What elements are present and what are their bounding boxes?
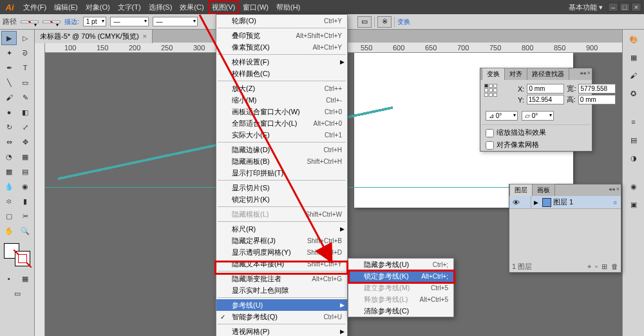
panel-stroke-icon[interactable]: ≡ bbox=[626, 115, 641, 129]
menu-item[interactable]: 放大(Z)Ctrl++ bbox=[216, 83, 347, 94]
color-mode[interactable]: ▪ bbox=[1, 272, 17, 286]
tool-scale[interactable]: ⤢ bbox=[17, 120, 33, 134]
maximize-button[interactable]: □ bbox=[620, 3, 630, 12]
tab-artboards[interactable]: 画板 bbox=[532, 184, 555, 196]
menu-object[interactable]: 对象(O) bbox=[82, 1, 114, 14]
panel-symbols-icon[interactable]: ✪ bbox=[626, 86, 641, 101]
doc-setup-icon[interactable]: ▭ bbox=[357, 16, 372, 28]
tool-gradient[interactable]: ▤ bbox=[17, 164, 33, 179]
doc-tab[interactable]: 未标题-5* @ 70% (CMYK/预览)× bbox=[35, 30, 153, 43]
tool-graph[interactable]: ▮ bbox=[17, 194, 33, 208]
tool-free-trans[interactable]: ✥ bbox=[17, 135, 33, 149]
menu-item[interactable]: 校样设置(F)▶ bbox=[216, 56, 347, 68]
tool-mesh[interactable]: ▩ bbox=[1, 164, 17, 179]
y-input[interactable] bbox=[527, 95, 564, 104]
close-icon[interactable]: × bbox=[587, 70, 591, 76]
stroke-weight[interactable]: 1 pt bbox=[83, 17, 107, 26]
menu-item[interactable]: ✓智能参考线(Q)Ctrl+U bbox=[216, 311, 347, 322]
tool-blend[interactable]: ◉ bbox=[17, 179, 33, 193]
menu-item[interactable]: 锁定参考线(K)Alt+Ctrl+; bbox=[348, 270, 453, 282]
tool-brush[interactable]: 🖌 bbox=[1, 90, 17, 104]
tool-pen[interactable]: ✒ bbox=[1, 61, 17, 75]
w-input[interactable] bbox=[578, 84, 616, 94]
rotate-input[interactable]: ⊿ 0° bbox=[486, 111, 518, 121]
h-input[interactable] bbox=[578, 95, 616, 104]
menu-edit[interactable]: 编辑(E) bbox=[50, 1, 82, 14]
menu-item[interactable]: 叠印预览Alt+Shift+Ctrl+Y bbox=[216, 30, 347, 41]
menu-file[interactable]: 文件(F) bbox=[19, 1, 50, 14]
tool-width[interactable]: ⇔ bbox=[1, 135, 17, 149]
align-pixel-checkbox[interactable] bbox=[486, 141, 494, 150]
tool-pencil[interactable]: ✎ bbox=[17, 90, 33, 104]
tab-pathfinder[interactable]: 路径查找器 bbox=[527, 68, 569, 80]
menu-item[interactable]: 锁定切片(K) bbox=[216, 193, 347, 205]
panel-brushes-icon[interactable]: 🖌 bbox=[626, 68, 641, 83]
menu-item[interactable]: 建立参考线(M)Ctrl+5 bbox=[348, 282, 453, 293]
menu-item[interactable]: 隐藏定界框(J)Shift+Ctrl+B bbox=[216, 235, 347, 246]
transform-link[interactable]: 变换 bbox=[397, 17, 410, 26]
tool-perspective[interactable]: ▦ bbox=[17, 150, 33, 164]
shear-input[interactable]: ▱ 0° bbox=[522, 111, 554, 121]
menu-item[interactable]: 隐藏文本串接(H)Shift+Ctrl+Y bbox=[216, 258, 347, 270]
x-input[interactable] bbox=[527, 84, 564, 94]
tool-blob[interactable]: ● bbox=[1, 105, 17, 119]
tool-direct-select[interactable]: ▷ bbox=[17, 31, 33, 45]
tool-rect[interactable]: ▭ bbox=[17, 75, 33, 90]
close-icon[interactable]: × bbox=[143, 32, 147, 40]
menu-item[interactable]: 隐藏参考线(U)Ctrl+; bbox=[348, 259, 453, 270]
menu-type[interactable]: 文字(T) bbox=[114, 1, 145, 14]
menu-effect[interactable]: 效果(C) bbox=[176, 1, 207, 14]
tool-line[interactable]: ╲ bbox=[1, 75, 17, 90]
align-icon[interactable]: ※ bbox=[377, 16, 392, 28]
menu-item[interactable]: 全部适合窗口大小(L)Alt+Ctrl+0 bbox=[216, 117, 347, 129]
layer-name[interactable]: 图层 1 bbox=[553, 197, 573, 207]
menu-item[interactable]: 显示实时上色间隙 bbox=[216, 284, 347, 296]
menu-item[interactable]: 实际大小(E)Ctrl+1 bbox=[216, 129, 347, 141]
menu-item[interactable]: 显示打印拼贴(T) bbox=[216, 167, 347, 179]
fill-swatch[interactable] bbox=[21, 21, 39, 23]
stroke-profile[interactable]: — bbox=[110, 17, 149, 26]
delete-icon[interactable]: 🗑 bbox=[611, 262, 618, 270]
menu-item[interactable]: 透视网格(P)▶ bbox=[216, 326, 347, 336]
ruler-vertical[interactable] bbox=[35, 43, 45, 336]
menu-window[interactable]: 窗口(W) bbox=[239, 1, 272, 14]
tab-align[interactable]: 对齐 bbox=[504, 68, 527, 80]
menu-item[interactable]: 标尺(R)▶ bbox=[216, 223, 347, 235]
collapse-icon[interactable]: ◂◂ bbox=[580, 70, 586, 76]
menu-item[interactable]: 释放参考线(L)Alt+Ctrl+5 bbox=[348, 293, 453, 305]
menu-item[interactable]: 轮廓(O)Ctrl+Y bbox=[216, 15, 347, 26]
visibility-icon[interactable]: 👁 bbox=[509, 199, 522, 206]
ref-point[interactable] bbox=[484, 84, 516, 104]
new-sublayer-icon[interactable]: ▫ bbox=[595, 262, 598, 270]
panel-graphic-icon[interactable]: ▣ bbox=[626, 197, 641, 212]
grad-mode[interactable]: ▦ bbox=[17, 272, 33, 286]
menu-item[interactable]: 隐藏渐变批注者Alt+Ctrl+G bbox=[216, 273, 347, 284]
tab-transform[interactable]: 变换 bbox=[482, 68, 505, 80]
fill-stroke-indicator[interactable] bbox=[3, 242, 32, 268]
menu-help[interactable]: 帮助(H) bbox=[272, 1, 304, 14]
menu-view[interactable]: 视图(V) bbox=[208, 1, 240, 14]
panel-gradient-icon[interactable]: ▤ bbox=[626, 133, 641, 147]
menu-item[interactable]: 缩小(M)Ctrl+- bbox=[216, 94, 347, 106]
tool-selection[interactable]: ▶ bbox=[1, 31, 17, 45]
menu-item[interactable]: 显示透明度网格(Y)Shift+Ctrl+D bbox=[216, 246, 347, 258]
tool-shape-builder[interactable]: ◔ bbox=[1, 150, 17, 164]
tool-symbol-spray[interactable]: ፨ bbox=[1, 194, 17, 208]
tool-eraser[interactable]: ◧ bbox=[17, 105, 33, 119]
tool-type[interactable]: T bbox=[17, 61, 33, 75]
tool-magic-wand[interactable]: ✦ bbox=[1, 46, 17, 60]
menu-select[interactable]: 选择(S) bbox=[145, 1, 176, 14]
menu-item[interactable]: 参考线(U)▶ bbox=[216, 299, 347, 311]
menu-item[interactable]: 画板适合窗口大小(W)Ctrl+0 bbox=[216, 106, 347, 117]
menu-item[interactable]: 校样颜色(C) bbox=[216, 68, 347, 79]
tool-eyedropper[interactable]: 💧 bbox=[1, 179, 17, 193]
close-button[interactable]: × bbox=[631, 3, 641, 12]
panel-trans-icon[interactable]: ◑ bbox=[626, 151, 641, 165]
close-icon[interactable]: × bbox=[616, 186, 620, 192]
tool-hand[interactable]: ✋ bbox=[1, 224, 17, 238]
minimize-button[interactable]: – bbox=[608, 3, 618, 12]
screen-mode[interactable]: ▭ bbox=[1, 286, 33, 301]
tab-layers[interactable]: 图层 bbox=[509, 184, 533, 196]
new-layer-icon[interactable]: ⊞ bbox=[601, 262, 607, 271]
layer-row[interactable]: 👁 ▶ 图层 1 ○ bbox=[509, 196, 621, 209]
